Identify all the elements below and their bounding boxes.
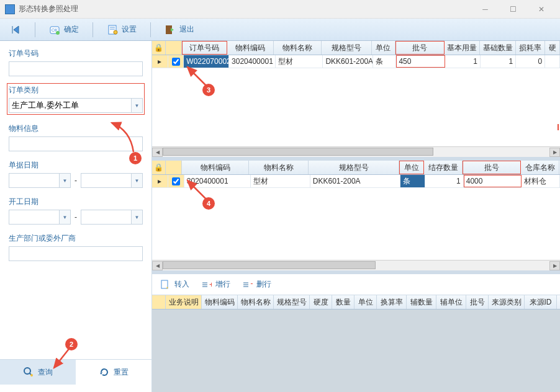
grid3-h-spec[interactable]: 规格型号 [274,295,310,309]
scroll-right-icon[interactable]: ▶ [549,148,560,157]
exit-button[interactable]: 退出 [161,22,198,38]
grid1-spec[interactable]: DKK601-200A [323,55,373,68]
grid1-h-loss[interactable]: 损耗率 [516,41,546,55]
grid1-matcode[interactable]: 3020400001 [229,55,276,68]
grid3-h-matname[interactable]: 物料名称 [238,295,274,309]
grid1-h-baseuse[interactable]: 基本用量 [445,41,480,55]
grid2-unit[interactable]: 条 [400,175,425,187]
grid1-h-check[interactable] [166,41,182,55]
grid2-rowhead[interactable]: ▸ [152,175,168,187]
svg-point-2 [56,31,60,35]
add-row-button[interactable]: + 增行 [201,279,230,290]
grid2-h-check[interactable] [166,161,182,174]
order-type-dropdown-icon[interactable]: ▼ [131,99,142,112]
grid2-qty[interactable]: 1 [425,175,464,187]
chevron-down-icon[interactable]: ▼ [59,174,70,187]
grid2-h-wh[interactable]: 仓库名称 [521,161,559,174]
grid3-h-lock[interactable] [152,295,166,309]
grid2-checkbox[interactable] [172,177,180,185]
grid3-h-auxqty[interactable]: 辅数量 [407,295,436,309]
panel3: 转入 + 增行 − 删行 业务说明 物料编码 物料名称 规格型号 [152,274,560,392]
dept-input[interactable] [9,246,143,261]
grid2-h-lock[interactable]: 🔒 [152,161,166,174]
chevron-down-icon[interactable]: ▼ [59,210,70,224]
grid1-orderno[interactable]: W022070002 [184,55,229,68]
reset-button[interactable]: 重置 [76,360,151,385]
import-button[interactable]: 转入 [160,279,189,290]
toolbar2: 转入 + 增行 − 删行 [152,274,560,295]
grid2-checkbox-cell[interactable] [168,175,184,187]
grid2-matcode[interactable]: 3020400001 [184,175,251,187]
grid3-h-matcode[interactable]: 物料编码 [202,295,238,309]
svg-text:+: + [209,280,212,289]
doc-date-from[interactable]: ▼ [9,173,71,188]
first-button[interactable] [6,22,25,38]
grid3-h-auxunit[interactable]: 辅单位 [436,295,466,309]
grid1-row[interactable]: ▸ W022070002 3020400001 型材 DKK601-200A 条… [152,55,560,68]
grid1-h-spec[interactable]: 规格型号 [322,41,372,55]
material-input[interactable] [9,136,143,151]
grid1-hard[interactable] [545,55,560,68]
grid1-h-hard[interactable]: 硬 [545,41,560,55]
grid3[interactable]: 业务说明 物料编码 物料名称 规格型号 硬度 数量 单位 换算率 辅数量 辅单位… [152,295,560,392]
grid2-h-unit[interactable]: 单位 [399,161,424,174]
close-button[interactable]: ✕ [527,1,555,18]
grid3-h-srctype[interactable]: 来源类别 [489,295,525,309]
grid2-wh[interactable]: 材料仓 [522,175,560,187]
grid1-h-baseqty[interactable]: 基础数量 [480,41,515,55]
settings-button[interactable]: 设置 [103,22,140,38]
grid3-h-rate[interactable]: 换算率 [377,295,407,309]
minimize-button[interactable]: ─ [471,1,499,18]
chevron-down-icon[interactable]: ▼ [131,210,142,224]
grid1-hscroll[interactable]: ◀ ▶ [152,146,560,157]
scroll-left-icon[interactable]: ◀ [152,261,163,270]
grid1-unit[interactable]: 条 [373,55,396,68]
grid2-h-spec[interactable]: 规格型号 [309,161,399,174]
grid2-batch[interactable]: 4000 [464,175,522,187]
grid3-h-hard[interactable]: 硬度 [310,295,332,309]
grid1-h-batch[interactable]: 批号 [395,41,445,55]
grid1-baseqty[interactable]: 1 [481,55,516,68]
grid2-spec[interactable]: DKK601-200A [310,175,400,187]
order-type-combo[interactable]: ▼ [9,98,143,113]
query-button[interactable]: 查询 [0,360,76,385]
maximize-button[interactable]: ☐ [499,1,527,18]
order-type-input[interactable] [9,99,131,112]
grid2-h-matname[interactable]: 物料名称 [249,161,309,174]
grid2-h-qty[interactable]: 结存数量 [424,161,463,174]
start-date-to[interactable]: ▼ [81,210,143,225]
grid1-batch[interactable]: 450 [396,55,445,68]
grid3-h-srcid[interactable]: 来源ID [525,295,557,309]
grid3-body[interactable] [152,310,560,392]
grid1-checkbox[interactable] [172,58,180,66]
scroll-right-icon[interactable]: ▶ [549,261,560,270]
grid1-baseuse[interactable]: 1 [445,55,481,68]
grid1-h-lock[interactable]: 🔒 [152,41,166,55]
grid1-matname[interactable]: 型材 [276,55,323,68]
del-row-button[interactable]: − 删行 [242,279,271,290]
grid3-h-batch[interactable]: 批号 [466,295,489,309]
confirm-button[interactable]: OK 确定 [45,22,83,38]
grid1-h-unit[interactable]: 单位 [372,41,395,55]
grid1-rowhead[interactable]: ▸ [152,55,168,68]
grid2[interactable]: 🔒 物料编码 物料名称 规格型号 单位 结存数量 批号 仓库名称 ▸ 30204… [152,161,560,260]
grid1-h-matname[interactable]: 物料名称 [274,41,322,55]
grid2-hscroll[interactable]: ◀ ▶ [152,260,560,270]
doc-date-to[interactable]: ▼ [81,173,143,188]
grid1-h-matcode[interactable]: 物料编码 [227,41,274,55]
grid3-h-bizdesc[interactable]: 业务说明 [166,295,202,309]
grid3-h-unit[interactable]: 单位 [355,295,377,309]
grid2-h-batch[interactable]: 批号 [463,161,521,174]
grid1-loss[interactable]: 0 [516,55,545,68]
dash: - [75,176,77,185]
scroll-left-icon[interactable]: ◀ [152,148,163,157]
grid2-h-matcode[interactable]: 物料编码 [182,161,249,174]
chevron-down-icon[interactable]: ▼ [131,174,142,187]
grid1-checkbox-cell[interactable] [168,55,184,68]
grid2-matname[interactable]: 型材 [251,175,310,187]
grid1-h-orderno[interactable]: 订单号码 [182,41,227,55]
start-date-from[interactable]: ▼ [9,210,71,225]
order-no-input[interactable] [9,61,143,76]
grid2-row[interactable]: ▸ 3020400001 型材 DKK601-200A 条 1 4000 材料仓 [152,175,560,188]
grid3-h-qty[interactable]: 数量 [332,295,355,309]
